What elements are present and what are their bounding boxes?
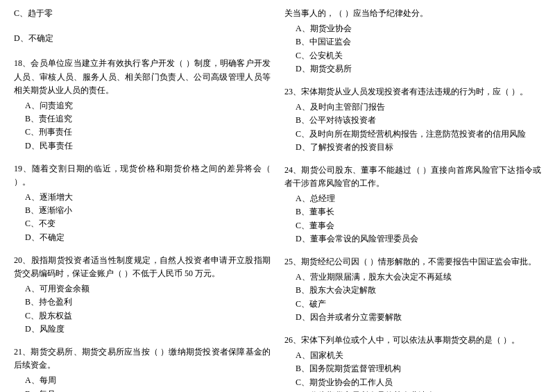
option-item: A、总经理 (284, 192, 541, 205)
option-item: A、期货业协会 (284, 22, 541, 35)
option-item: B、中国证监会 (284, 35, 541, 49)
option-item: A、问责追究 (14, 99, 271, 112)
option-item: A、可用资金余额 (14, 282, 271, 296)
option-item: B、持仓盈利 (14, 296, 271, 309)
option-item: C、不变 (14, 217, 271, 230)
question-block: 关当事人的，（ ）应当给予纪律处分。A、期货业协会B、中国证监会C、公安机关D、… (284, 7, 541, 76)
question-block: 24、期货公司股东、董事不能越过（ ）直接向首席风险官下达指令或者干涉首席风险官… (284, 164, 541, 246)
option-item: A、逐渐增大 (14, 191, 271, 204)
option-item: A、及时向主管部门报告 (284, 101, 541, 114)
question-text: 20、股指期货投资者适当性制度规定，自然人投资者申请开立股指期货交易编码时，保证… (14, 254, 271, 280)
option-item: D、风险度 (14, 323, 271, 336)
right-column: 关当事人的，（ ）应当给予纪律处分。A、期货业协会B、中国证监会C、公安机关D、… (284, 7, 541, 392)
question-text: 26、宋体下列单位或个人中，可以依法从事期货交易的是（ ）。 (284, 334, 541, 347)
option-item: B、责任追究 (14, 112, 271, 126)
option-item: D、民事责任 (14, 139, 271, 153)
question-text: 关当事人的，（ ）应当给予纪律处分。 (284, 7, 541, 20)
question-block: D、不确定 (14, 32, 271, 47)
option-item: C、公安机关 (284, 49, 541, 62)
question-block: 18、会员单位应当建立并有效执行客户开发（ ）制度，明确客户开发人员、审核人员、… (14, 57, 271, 152)
question-text: 18、会员单位应当建立并有效执行客户开发（ ）制度，明确客户开发人员、审核人员、… (14, 57, 271, 97)
question-block: 21、期货交易所、期货交易所应当按（ ）缴纳期货投资者保障基金的后续资金。A、每… (14, 346, 271, 392)
question-text: 23、宋体期货从业人员发现投资者有违法违规的行为时，应（ ）。 (284, 85, 541, 99)
question-text: D、不确定 (14, 32, 271, 45)
option-item: C、及时向所在期货经营机构报告，注意防范投资者的信用风险 (284, 128, 541, 141)
option-item: D、不确定 (14, 231, 271, 244)
option-item: D、期货交易所 (284, 62, 541, 76)
option-item: D、了解投资者的投资目标 (284, 141, 541, 154)
option-item: B、逐渐缩小 (14, 204, 271, 217)
option-item: D、作为期货交易所会员的某企业法人 (284, 389, 541, 392)
question-block: 20、股指期货投资者适当性制度规定，自然人投资者申请开立股指期货交易编码时，保证… (14, 254, 271, 336)
question-text: 24、期货公司股东、董事不能越过（ ）直接向首席风险官下达指令或者干涉首席风险官… (284, 164, 541, 190)
question-text: 25、期货经纪公司因（ ）情形解散的，不需要报告中国证监会审批。 (284, 255, 541, 269)
left-column: C、趋于零D、不确定18、会员单位应当建立并有效执行客户开发（ ）制度，明确客户… (14, 7, 271, 392)
question-text: C、趋于零 (14, 7, 271, 20)
question-block: 25、期货经纪公司因（ ）情形解散的，不需要报告中国证监会审批。A、营业期限届满… (284, 255, 541, 324)
question-block: 26、宋体下列单位或个人中，可以依法从事期货交易的是（ ）。A、国家机关B、国务… (284, 334, 541, 392)
option-item: B、股东大会决定解散 (284, 284, 541, 297)
question-block: 19、随着交割日期的临近，现货价格和期货价格之间的差异将会（ ）。A、逐渐增大B… (14, 162, 271, 244)
option-item: B、国务院期货监督管理机构 (284, 362, 541, 375)
option-item: A、营业期限届满，股东大会决定不再延续 (284, 271, 541, 284)
option-item: A、国家机关 (284, 349, 541, 362)
option-item: B、公平对待该投资者 (284, 114, 541, 127)
question-text: 21、期货交易所、期货交易所应当按（ ）缴纳期货投资者保障基金的后续资金。 (14, 346, 271, 372)
page-content: C、趋于零D、不确定18、会员单位应当建立并有效执行客户开发（ ）制度，明确客户… (14, 7, 541, 392)
option-item: D、因合并或者分立需要解散 (284, 311, 541, 324)
option-item: C、破产 (284, 298, 541, 311)
option-item: C、期货业协会的工作人员 (284, 376, 541, 389)
option-item: D、董事会常设的风险管理委员会 (284, 232, 541, 246)
option-item: C、董事会 (284, 219, 541, 232)
question-text: 19、随着交割日期的临近，现货价格和期货价格之间的差异将会（ ）。 (14, 162, 271, 189)
option-item: A、每周 (14, 374, 271, 387)
option-item: C、刑事责任 (14, 126, 271, 139)
question-block: C、趋于零 (14, 7, 271, 22)
option-item: B、董事长 (284, 205, 541, 219)
option-item: C、股东权益 (14, 309, 271, 323)
option-item: B、每月 (14, 388, 271, 393)
question-block: 23、宋体期货从业人员发现投资者有违法违规的行为时，应（ ）。A、及时向主管部门… (284, 85, 541, 154)
